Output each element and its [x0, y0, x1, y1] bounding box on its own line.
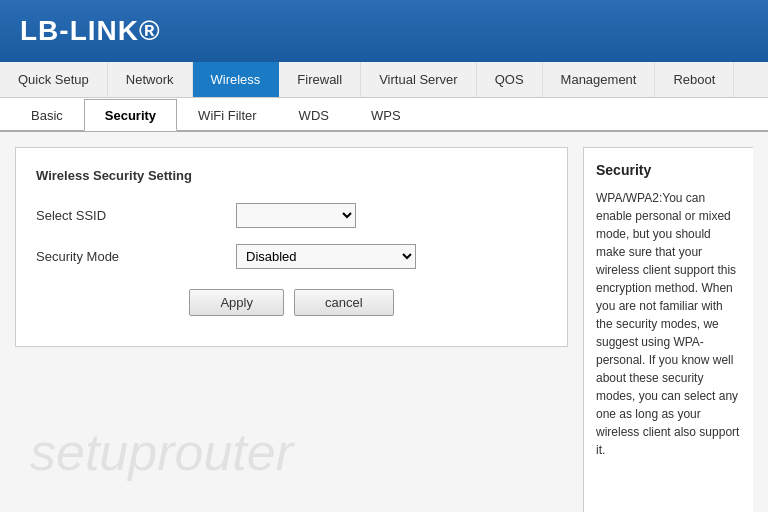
- nav-item-firewall[interactable]: Firewall: [279, 62, 361, 97]
- nav-item-quick-setup[interactable]: Quick Setup: [0, 62, 108, 97]
- nav-item-management[interactable]: Management: [543, 62, 656, 97]
- tab-wifi-filter[interactable]: WiFi Filter: [177, 99, 278, 131]
- tab-security[interactable]: Security: [84, 99, 177, 131]
- main-content: Wireless Security Setting Select SSID Se…: [0, 132, 768, 512]
- help-title: Security: [596, 160, 741, 181]
- left-panel-wrapper: Wireless Security Setting Select SSID Se…: [0, 132, 583, 512]
- tab-basic[interactable]: Basic: [10, 99, 84, 131]
- tab-wds[interactable]: WDS: [278, 99, 350, 131]
- section-title: Wireless Security Setting: [36, 168, 547, 183]
- select-ssid-label: Select SSID: [36, 208, 236, 223]
- nav-item-virtual-server[interactable]: Virtual Server: [361, 62, 477, 97]
- nav-item-qos[interactable]: QOS: [477, 62, 543, 97]
- select-ssid-row: Select SSID: [36, 203, 547, 228]
- security-mode-dropdown[interactable]: Disabled WPA WPA2 WPA/WPA2: [236, 244, 416, 269]
- button-row: Apply cancel: [36, 289, 547, 316]
- cancel-button[interactable]: cancel: [294, 289, 394, 316]
- help-panel: Security WPA/WPA2:You can enable persona…: [583, 147, 753, 512]
- header: LB-LINK®: [0, 0, 768, 62]
- security-mode-label: Security Mode: [36, 249, 236, 264]
- nav-bar: Quick Setup Network Wireless Firewall Vi…: [0, 62, 768, 98]
- sub-nav: Basic Security WiFi Filter WDS WPS: [0, 98, 768, 132]
- nav-item-reboot[interactable]: Reboot: [655, 62, 734, 97]
- apply-button[interactable]: Apply: [189, 289, 284, 316]
- settings-box: Wireless Security Setting Select SSID Se…: [15, 147, 568, 347]
- watermark: setuprouter: [30, 422, 293, 482]
- help-text: WPA/WPA2:You can enable personal or mixe…: [596, 189, 741, 459]
- security-mode-row: Security Mode Disabled WPA WPA2 WPA/WPA2: [36, 244, 547, 269]
- nav-item-network[interactable]: Network: [108, 62, 193, 97]
- select-ssid-dropdown[interactable]: [236, 203, 356, 228]
- logo: LB-LINK®: [20, 15, 161, 47]
- tab-wps[interactable]: WPS: [350, 99, 422, 131]
- nav-item-wireless[interactable]: Wireless: [193, 62, 280, 97]
